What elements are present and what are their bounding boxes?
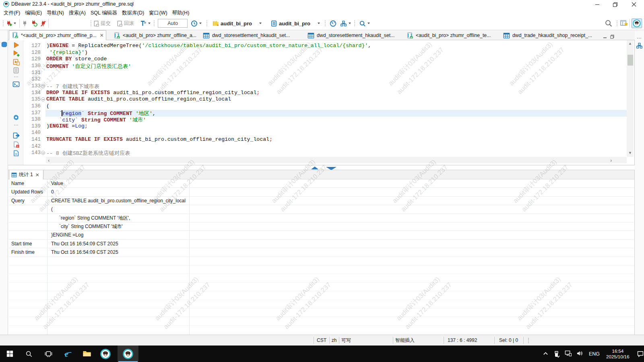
database-dropdown[interactable] — [259, 23, 262, 24]
start-button[interactable] — [1, 346, 19, 362]
restore-button[interactable] — [609, 1, 621, 8]
table-row: ( — [9, 205, 634, 214]
menu-item[interactable]: 数据库(D) — [120, 9, 146, 17]
editor-settings-icon[interactable] — [12, 114, 20, 121]
fold-collapse-icon[interactable] — [41, 84, 45, 88]
search-dropdown[interactable] — [367, 23, 370, 24]
minimize-button[interactable] — [591, 1, 603, 8]
editor-tab[interactable]: <audit_bi_pro> zhumr_offline_te... — [404, 31, 496, 40]
scroll-left-icon[interactable]: ‹ — [48, 157, 50, 163]
menu-item[interactable]: 帮助(H) — [170, 9, 192, 17]
scroll-down-icon[interactable]: ▼ — [628, 151, 632, 155]
export-data-icon[interactable] — [12, 132, 20, 139]
splitter[interactable] — [8, 165, 635, 170]
open-console-icon[interactable] — [12, 81, 20, 88]
table-row: )ENGINE =Log — [9, 231, 634, 239]
close-button[interactable] — [628, 1, 640, 8]
editor-tab[interactable]: *<audit_bi_pro> zhumr_offline_p...✕ — [9, 30, 106, 40]
line-number: 129 — [31, 56, 41, 62]
row-value-cell: Thu Oct 16 16:54:09 CST 2025 — [51, 248, 118, 257]
rollback-button[interactable]: 回滚 — [124, 20, 134, 27]
editor-tab[interactable]: <audit_bi_pro> zhumr_offline_a... — [111, 31, 196, 40]
fold-collapse-icon[interactable] — [41, 151, 45, 155]
commit-button[interactable]: 提交 — [101, 20, 111, 27]
commit-mode-select[interactable]: Auto — [158, 19, 188, 28]
editor-tab[interactable]: dwd_storesettlement_hkaudit_set... — [200, 31, 299, 40]
schema-selector[interactable]: audit_bi_pro — [279, 21, 310, 27]
table-icon — [503, 32, 510, 39]
disconnect-icon — [40, 20, 47, 27]
script-file-icon[interactable]: (w) — [12, 150, 20, 157]
row-value-cell: `region` String COMMENT '地区', — [51, 214, 130, 222]
editor-tab[interactable]: dwd_storesettlement_hkaudit_set... — [305, 31, 399, 40]
tray-network-icon[interactable] — [565, 350, 572, 357]
schema-dropdown[interactable] — [318, 23, 320, 24]
restore-editor-area-icon[interactable] — [610, 33, 615, 38]
horizontal-scrollbar[interactable]: ‹› — [46, 157, 627, 163]
toolbar: 提交回滚Autoaudit_bi_proaudit_bi_pro — [0, 17, 644, 30]
new-connection-dropdown[interactable] — [14, 23, 16, 24]
unsynced-file-icon[interactable] — [12, 141, 20, 148]
task-view-icon-glyph — [45, 350, 52, 358]
tray-usb-icon[interactable] — [553, 351, 560, 357]
tray-clock[interactable]: 16:542025/10/16 — [606, 348, 630, 360]
dbeaver-taskbar-icon-active[interactable] — [118, 346, 138, 362]
history-dropdown[interactable] — [199, 23, 202, 24]
scrollbar-thumb[interactable] — [627, 55, 633, 66]
minimize-editor-area-icon[interactable] — [603, 33, 607, 38]
notification-center-icon[interactable] — [637, 350, 644, 358]
explain-plan-icon[interactable] — [12, 67, 20, 74]
scroll-right-icon[interactable]: › — [610, 157, 612, 163]
internet-explorer-icon[interactable]: e — [59, 346, 76, 362]
reconnect-icon — [31, 20, 37, 27]
statistics-panel: 统计 1✕NameValueUpdated Rows0QueryCREATE T… — [8, 170, 635, 335]
line-number: 130 — [31, 63, 41, 69]
maximize-panel-icon[interactable] — [311, 167, 318, 169]
code-area[interactable]: )ENGINE = ReplicatedMergeTree('/clickhou… — [46, 40, 627, 157]
fold-collapse-icon[interactable] — [41, 97, 45, 101]
vertical-scrollbar[interactable]: ▲▼ — [627, 40, 634, 157]
database-navigator-icon — [1, 41, 8, 48]
menu-item[interactable]: 导航(N) — [45, 9, 66, 17]
table-row: Finish timeThu Oct 16 16:54:09 CST 2025 — [9, 248, 634, 257]
table-row: Start timeThu Oct 16 16:54:09 CST 2025 — [9, 240, 634, 248]
row-value-cell: 0 — [51, 188, 54, 196]
tab-close-icon[interactable]: ✕ — [100, 33, 104, 38]
timezone-indicator: CST — [316, 335, 327, 346]
menu-item[interactable]: 编辑(E) — [23, 9, 44, 17]
execute-script-icon[interactable] — [12, 58, 20, 66]
task-view-icon[interactable] — [39, 346, 57, 362]
line-number: 128 — [31, 49, 41, 56]
line-number: 127 — [31, 43, 41, 49]
file-explorer-icon[interactable] — [78, 346, 96, 362]
taskbar-search-icon[interactable] — [20, 346, 38, 362]
menu-item[interactable]: 搜索(A) — [67, 9, 88, 17]
dbeaver-perspective-button[interactable] — [632, 19, 642, 28]
transaction-dropdown[interactable] — [148, 23, 151, 24]
tray-date: 2025/10/16 — [606, 354, 630, 360]
menu-item[interactable]: 文件(F) — [2, 9, 22, 17]
editor-tab[interactable]: dwd_trade_hkaudit_shop_receipt_... — [501, 31, 595, 40]
menu-item[interactable]: SQL 编辑器 — [89, 9, 119, 17]
tab-label: dwd_storesettlement_hkaudit_set... — [317, 33, 394, 38]
execute-new-tab-icon[interactable] — [12, 50, 20, 57]
code-line: )ENGINE = ReplicatedMergeTree('/clickhou… — [46, 43, 371, 49]
menu-item[interactable]: 窗口(W) — [147, 9, 169, 17]
row-name-cell: Start time — [11, 240, 32, 248]
execute-statement-icon[interactable] — [12, 41, 20, 49]
sql-search-icon — [359, 20, 366, 27]
dbeaver-taskbar-icon[interactable] — [97, 346, 114, 362]
row-value-cell: `city` String COMMENT '城市' — [51, 222, 123, 231]
rollback-icon — [116, 20, 123, 27]
tray-language-indicator[interactable]: ENG — [589, 351, 600, 357]
dbeaver-icon — [123, 349, 133, 359]
statistics-tab[interactable]: 统计 1✕ — [9, 170, 43, 179]
statistics-tab-close-icon[interactable]: ✕ — [35, 172, 39, 178]
database-selector[interactable]: audit_bi_pro — [221, 21, 252, 27]
tray-volume-icon[interactable] — [576, 350, 583, 357]
title-bar: DBeaver 22.3.4 - <audit_bi_pro> zhumr_of… — [0, 0, 644, 9]
menu-bar: 文件(F)编辑(E)导航(N)搜索(A)SQL 编辑器数据库(D)窗口(W)帮助… — [1, 9, 644, 17]
scroll-up-icon[interactable]: ▲ — [628, 41, 632, 45]
tray-expand-icon[interactable] — [543, 351, 549, 357]
mapping-dropdown[interactable] — [349, 23, 351, 24]
